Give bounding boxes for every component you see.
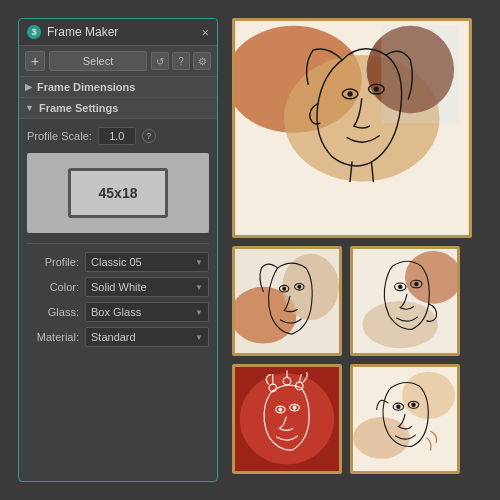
- profile-arrow: ▼: [195, 258, 203, 267]
- artwork-area: [232, 18, 482, 482]
- color-arrow: ▼: [195, 283, 203, 292]
- artwork-small1-svg: [235, 249, 339, 353]
- close-button[interactable]: ×: [201, 26, 209, 39]
- svg-point-15: [298, 285, 301, 288]
- add-button[interactable]: +: [25, 51, 45, 71]
- svg-point-29: [293, 406, 296, 409]
- frame-size-label: 45x18: [99, 185, 138, 201]
- material-select[interactable]: Standard ▼: [85, 327, 209, 347]
- panel-title: Frame Maker: [47, 25, 195, 39]
- svg-point-27: [279, 408, 282, 411]
- property-rows: Profile: Classic 05 ▼ Color: Solid White…: [27, 252, 209, 347]
- profile-scale-row: Profile Scale: ?: [27, 127, 209, 145]
- material-arrow: ▼: [195, 333, 203, 342]
- profile-row: Profile: Classic 05 ▼: [27, 252, 209, 272]
- frame-settings-section[interactable]: ▼ Frame Settings: [19, 98, 217, 119]
- svg-rect-4: [381, 26, 459, 123]
- app-icon: 3: [27, 25, 41, 39]
- profile-select[interactable]: Classic 05 ▼: [85, 252, 209, 272]
- artwork-frame-small-4[interactable]: [350, 364, 460, 474]
- glass-select[interactable]: Box Glass ▼: [85, 302, 209, 322]
- divider: [27, 243, 209, 244]
- svg-point-20: [399, 285, 402, 288]
- frame-dimensions-section[interactable]: ▶ Frame Dimensions: [19, 77, 217, 98]
- glass-arrow: ▼: [195, 308, 203, 317]
- help-button[interactable]: ?: [172, 52, 190, 70]
- svg-point-22: [415, 282, 418, 285]
- svg-point-8: [374, 87, 378, 91]
- svg-point-40: [397, 405, 400, 408]
- top-row: [232, 18, 482, 238]
- color-row: Color: Solid White ▼: [27, 277, 209, 297]
- settings-button[interactable]: ⚙: [193, 52, 211, 70]
- settings-content: Profile Scale: ? 45x18 Profile: Classic …: [19, 119, 217, 355]
- svg-point-6: [348, 92, 352, 96]
- artwork-small4-svg: [353, 367, 457, 471]
- panel-toolbar: + Select ↺ ? ⚙: [19, 46, 217, 77]
- profile-scale-label: Profile Scale:: [27, 130, 92, 142]
- select-button[interactable]: Select: [49, 51, 147, 71]
- dimensions-label: Frame Dimensions: [37, 81, 135, 93]
- frame-maker-panel: 3 Frame Maker × + Select ↺ ? ⚙ ▶ Frame D…: [18, 18, 218, 482]
- settings-label: Frame Settings: [39, 102, 118, 114]
- glass-row: Glass: Box Glass ▼: [27, 302, 209, 322]
- glass-label: Glass:: [27, 306, 79, 318]
- profile-label: Profile:: [27, 256, 79, 268]
- frame-preview: 45x18: [27, 153, 209, 233]
- panel-header: 3 Frame Maker ×: [19, 19, 217, 46]
- svg-point-25: [240, 374, 335, 465]
- artwork-frame-small-1[interactable]: [232, 246, 342, 356]
- frame-preview-inner: 45x18: [68, 168, 168, 218]
- svg-point-13: [283, 287, 286, 290]
- profile-scale-help[interactable]: ?: [142, 129, 156, 143]
- profile-value: Classic 05: [91, 256, 142, 268]
- material-row: Material: Standard ▼: [27, 327, 209, 347]
- artwork-small2-svg: [353, 249, 457, 353]
- artwork-frame-large[interactable]: [232, 18, 472, 238]
- profile-scale-input[interactable]: [98, 127, 136, 145]
- settings-arrow: ▼: [25, 103, 34, 113]
- bottom-row: [232, 364, 482, 474]
- svg-point-42: [412, 403, 415, 406]
- color-select[interactable]: Solid White ▼: [85, 277, 209, 297]
- color-value: Solid White: [91, 281, 147, 293]
- material-label: Material:: [27, 331, 79, 343]
- middle-row: [232, 246, 482, 356]
- app-container: 3 Frame Maker × + Select ↺ ? ⚙ ▶ Frame D…: [0, 0, 500, 500]
- artwork-large-svg: [235, 21, 469, 235]
- artwork-frame-small-2[interactable]: [350, 246, 460, 356]
- color-label: Color:: [27, 281, 79, 293]
- dimensions-arrow: ▶: [25, 82, 32, 92]
- artwork-frame-small-3[interactable]: [232, 364, 342, 474]
- artwork-small3-svg: [235, 367, 339, 471]
- refresh-button[interactable]: ↺: [151, 52, 169, 70]
- toolbar-icons: ↺ ? ⚙: [151, 52, 211, 70]
- material-value: Standard: [91, 331, 136, 343]
- glass-value: Box Glass: [91, 306, 141, 318]
